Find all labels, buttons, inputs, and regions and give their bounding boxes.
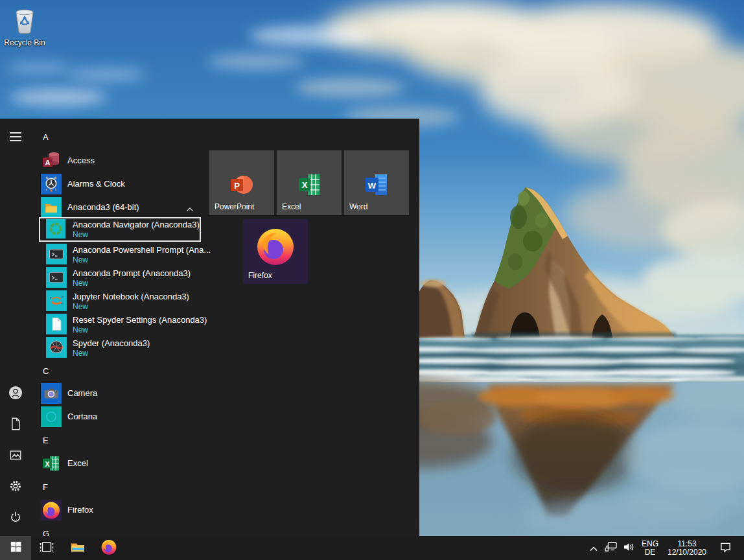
anaconda-navigator-icon — [46, 219, 65, 239]
chevron-up-icon — [589, 542, 598, 554]
firefox-icon — [41, 500, 62, 520]
firefox-icon — [100, 539, 117, 558]
section-header-a[interactable]: A — [43, 132, 49, 143]
tile-powerpoint[interactable]: P PowerPoint — [209, 150, 274, 215]
excel-letter: X — [302, 180, 308, 190]
excel-icon: X — [296, 172, 322, 198]
section-header-f[interactable]: F — [43, 482, 48, 493]
system-tray: ENG DE 11:53 12/10/2020 — [586, 536, 744, 560]
file-explorer-icon — [70, 539, 86, 557]
tile-word[interactable]: W Word — [344, 150, 409, 215]
spyder-icon — [46, 337, 67, 358]
powerpoint-letter: P — [234, 181, 240, 191]
excel-icon: X — [41, 453, 62, 474]
firefox-icon — [255, 226, 296, 267]
recycle-bin-label: Recycle Bin — [3, 38, 47, 47]
powerpoint-icon: P — [229, 172, 255, 198]
new-badge: New — [73, 230, 88, 239]
anaconda-powershell-prompt-icon — [46, 244, 67, 264]
app-item-access[interactable]: A Access — [39, 149, 201, 172]
app-item-anaconda-navigator[interactable]: Anaconda Navigator (Anaconda3) New — [39, 217, 201, 242]
alarms-clock-icon — [41, 174, 62, 194]
recycle-bin-icon — [10, 26, 39, 37]
section-header-g[interactable]: G — [43, 529, 49, 536]
reset-spyder-settings-icon — [46, 314, 67, 334]
speaker-icon — [623, 542, 634, 555]
camera-icon — [41, 383, 62, 404]
language-line2: DE — [645, 548, 656, 557]
network-button[interactable] — [601, 536, 620, 560]
access-letter: A — [45, 159, 51, 167]
app-item-spyder[interactable]: Spyder (Anaconda3) New — [39, 336, 201, 359]
documents-button[interactable] — [0, 410, 31, 441]
network-icon — [605, 541, 617, 555]
start-menu: A A Access — [0, 119, 419, 536]
anaconda3-folder-icon — [41, 197, 62, 218]
section-header-e[interactable]: E — [43, 436, 49, 446]
access-icon: A — [41, 150, 62, 171]
word-letter: W — [368, 181, 377, 191]
app-item-firefox[interactable]: Firefox — [39, 498, 201, 522]
tile-excel[interactable]: X Excel — [277, 150, 342, 215]
app-item-jupyter-notebook[interactable]: Jupyter Notebook (Anaconda3) New — [39, 289, 201, 312]
new-badge: New — [73, 279, 88, 288]
action-center-button[interactable] — [712, 536, 739, 560]
windows-start-icon — [10, 541, 21, 555]
task-view-button[interactable] — [31, 536, 62, 560]
word-icon: W — [364, 172, 389, 198]
recycle-bin-shortcut[interactable]: Recycle Bin — [3, 5, 47, 47]
new-badge: New — [73, 325, 88, 334]
power-icon — [8, 510, 23, 527]
app-item-anaconda-powershell-prompt[interactable]: Anaconda Powershell Prompt (Ana... New — [39, 242, 201, 266]
app-item-reset-spyder-settings[interactable]: Reset Spyder Settings (Anaconda3) New — [39, 312, 201, 336]
power-button[interactable] — [0, 503, 31, 534]
user-icon — [8, 386, 23, 402]
volume-button[interactable] — [620, 536, 638, 560]
tile-group: P PowerPoint X Excel — [209, 150, 412, 288]
anaconda-prompt-icon — [46, 267, 67, 288]
start-button[interactable] — [0, 536, 31, 560]
app-item-cortana[interactable]: Cortana — [39, 405, 201, 428]
language-line1: ENG — [642, 540, 658, 548]
clock[interactable]: 11:53 12/10/2020 — [662, 536, 712, 560]
settings-button[interactable] — [0, 472, 31, 503]
cortana-icon — [41, 406, 62, 427]
user-account-button[interactable] — [0, 379, 31, 410]
task-view-icon — [40, 540, 54, 557]
app-item-excel[interactable]: X Excel — [39, 452, 201, 475]
clock-time: 11:53 — [677, 540, 696, 548]
app-item-alarms-clock[interactable]: Alarms & Clock — [39, 172, 201, 196]
hamburger-icon — [10, 132, 21, 144]
tile-firefox[interactable]: Firefox — [243, 219, 308, 284]
tray-overflow-button[interactable] — [586, 536, 601, 560]
app-list: A A Access — [39, 119, 202, 536]
new-badge: New — [73, 302, 88, 311]
jupyter-notebook-icon — [46, 290, 67, 311]
pictures-icon — [8, 448, 23, 465]
clock-date: 12/10/2020 — [668, 548, 706, 557]
language-indicator[interactable]: ENG DE — [638, 536, 662, 560]
firefox-taskbar-button[interactable] — [93, 536, 124, 560]
collapse-chevron-icon — [186, 203, 194, 215]
taskbar: ENG DE 11:53 12/10/2020 — [0, 536, 744, 560]
app-item-anaconda-prompt[interactable]: Anaconda Prompt (Anaconda3) New — [39, 266, 201, 289]
documents-icon — [8, 417, 23, 434]
excel-letter: X — [45, 460, 49, 468]
desktop: Recycle Bin — [0, 0, 744, 560]
new-badge: New — [73, 349, 88, 358]
app-item-anaconda3-folder[interactable]: Anaconda3 (64-bit) — [39, 196, 201, 219]
file-explorer-button[interactable] — [62, 536, 93, 560]
menu-expand-button[interactable] — [0, 122, 31, 154]
action-center-icon — [719, 541, 732, 555]
pictures-button[interactable] — [0, 441, 31, 472]
settings-gear-icon — [8, 479, 23, 496]
app-item-camera[interactable]: Camera — [39, 382, 201, 405]
section-header-c[interactable]: C — [43, 366, 49, 377]
new-badge: New — [73, 255, 88, 264]
